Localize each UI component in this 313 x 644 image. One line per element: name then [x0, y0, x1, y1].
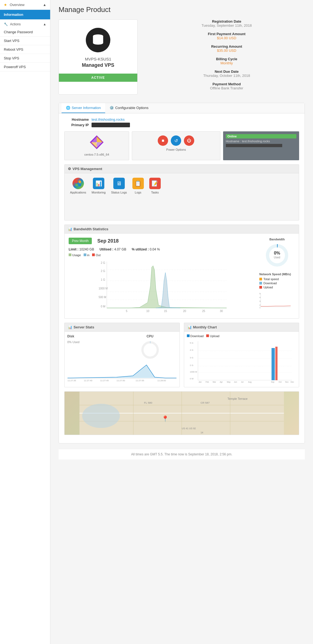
vps-management-icons: Applications 📊 Monitoring 🖥 Status Logs …	[65, 173, 299, 198]
registration-date-label: Registration Date	[148, 19, 305, 23]
primary-ip-label: Primary IP	[64, 123, 89, 127]
side-panel: Bandwidth 0% Used	[259, 238, 295, 314]
next-due-value: Thursday, October 11th, 2018	[148, 74, 305, 78]
monthly-upload-legend: Upload	[206, 334, 219, 338]
sidebar-item-label: Stop VPS	[4, 56, 19, 60]
upload-label-net: Upload	[263, 286, 273, 289]
sidebar-item-change-password[interactable]: Change Password	[0, 28, 50, 37]
bottom-stats: 📊 Server Stats Disk 0% Used CPU	[64, 323, 299, 387]
upload-legend: Upload	[259, 286, 295, 289]
cpu-donut	[141, 340, 160, 359]
sidebar-item-start-vps[interactable]: Start VPS	[0, 37, 50, 45]
gear-icon: ⚙️	[110, 106, 114, 110]
svg-text:11:27:35: 11:27:35	[68, 379, 76, 381]
vps-statuslogs-item[interactable]: 🖥 Status Logs	[111, 178, 127, 194]
stats-content: Disk 0% Used CPU	[65, 332, 180, 385]
svg-marker-2	[91, 136, 97, 143]
svg-text:Jan: Jan	[198, 381, 201, 383]
monthly-download-legend: Download	[187, 334, 204, 338]
svg-rect-64	[271, 348, 275, 380]
product-status-bar: ACTIVE	[59, 74, 137, 82]
restart-button[interactable]: ↺	[171, 135, 181, 146]
bandwidth-chart-svg: 2 G 2 G 1 G 1000 M 500 M 0 M	[69, 259, 254, 313]
sidebar: ★ Overview ▲ Information 🔧 Actions ▲ Cha…	[0, 0, 50, 644]
chart-icon-3: 📊	[187, 325, 192, 329]
bandwidth-header: 📊 Bandwidth Statistics	[65, 225, 299, 234]
vps-tasks-item[interactable]: 📝 Tasks	[149, 178, 161, 194]
main-chart: Prev Month Sep 2018 Limit : 10240 GB	[69, 238, 254, 314]
svg-text:2: 2	[259, 304, 261, 306]
legend-out-box: Out	[92, 253, 101, 257]
svg-text:Mar: Mar	[212, 381, 216, 383]
bandwidth-content: Prev Month Sep 2018 Limit : 10240 GB	[65, 234, 299, 318]
vps-panels: C centos-7.5-x86_64 ■ ↺ ⏻ Power Options	[64, 131, 299, 160]
tabs-header: 🌐 Server Information ⚙️ Configurable Opt…	[59, 103, 305, 113]
vps-applications-item[interactable]: Applications	[70, 178, 86, 194]
sidebar-item-label: Reboot VPS	[4, 47, 23, 52]
bandwidth-chart-area: Prev Month Sep 2018 Limit : 10240 GB	[69, 238, 295, 314]
total-speed-label: Total speed	[263, 277, 279, 281]
total-speed-legend: Total speed	[259, 277, 295, 281]
sidebar-overview-item[interactable]: ★ Overview ▲	[0, 0, 50, 10]
vps-monitoring-item[interactable]: 📊 Monitoring	[92, 178, 105, 194]
svg-text:0: 0	[259, 309, 261, 310]
monthly-chart-svg: 5 G 4 G 3 G 2 G 1000 M 0 M	[187, 340, 296, 383]
registration-date-value: Tuesday, September 11th, 2018	[148, 23, 305, 28]
svg-text:10: 10	[146, 310, 150, 313]
server-stats-panel: 📊 Server Stats Disk 0% Used CPU	[64, 323, 180, 387]
legend-in-box: in	[84, 253, 90, 257]
sidebar-item-reboot-vps[interactable]: Reboot VPS	[0, 45, 50, 54]
registration-date-row: Registration Date Tuesday, September 11t…	[148, 19, 305, 28]
svg-text:CR 587: CR 587	[200, 401, 209, 404]
recurring-amount-label: Recurring Amount	[148, 44, 305, 49]
svg-text:3 G: 3 G	[190, 356, 193, 359]
map-placeholder: FL 580 CR 587 Temple Terrace US 41 US 92…	[65, 392, 299, 435]
tabs-container: 🌐 Server Information ⚙️ Configurable Opt…	[59, 103, 305, 443]
svg-point-9	[75, 184, 78, 186]
bandwidth-month: Sep 2018	[97, 238, 118, 244]
donut-label: Bandwidth	[259, 238, 295, 241]
svg-text:Oct: Oct	[278, 381, 281, 383]
map-svg: FL 580 CR 587 Temple Terrace US 41 US 92…	[65, 392, 299, 435]
svg-marker-4	[91, 142, 97, 149]
sidebar-actions-label: Actions	[10, 22, 21, 26]
primary-ip-value: ███████████	[92, 123, 130, 127]
payment-method-row: Payment Method Offline Bank Transfer	[148, 82, 305, 90]
svg-point-10	[78, 184, 81, 186]
svg-text:Jul: Jul	[241, 381, 243, 383]
hostname-label: Hostname	[64, 117, 89, 122]
svg-text:1000 M: 1000 M	[99, 287, 108, 290]
vps-management-section: ⚙ VPS Management	[64, 164, 299, 220]
main-content: Manage Product MVPS-KSUS1 Managed VPS	[50, 0, 313, 644]
tab-server-information[interactable]: 🌐 Server Information	[62, 103, 105, 113]
sidebar-item-poweroff-vps[interactable]: Poweroff VPS	[0, 63, 50, 71]
wrench-icon: 🔧	[4, 22, 8, 26]
vps-logs-item[interactable]: 📋 Logs	[132, 178, 144, 194]
server-stats-label: Server Stats	[74, 325, 94, 329]
svg-text:0 M: 0 M	[190, 377, 193, 380]
sidebar-item-stop-vps[interactable]: Stop VPS	[0, 54, 50, 63]
svg-text:Used: Used	[274, 256, 280, 259]
svg-point-85	[82, 404, 120, 428]
footer-bar: All times are GMT 5.5. The time now is S…	[59, 449, 305, 459]
svg-text:14: 14	[200, 431, 203, 434]
tab-server-info-label: Server Information	[72, 106, 101, 110]
gear-vps-icon: ⚙	[68, 167, 71, 171]
network-speed-label: Network Speed (MB/s)	[259, 273, 295, 276]
sidebar-information-item[interactable]: Information	[0, 10, 50, 19]
tab-configurable-options[interactable]: ⚙️ Configurable Options	[105, 103, 153, 113]
svg-text:1: 1	[259, 306, 261, 309]
ip-row: Primary IP ███████████	[64, 123, 299, 127]
svg-text:3: 3	[259, 300, 261, 303]
svg-text:0%: 0%	[274, 251, 280, 255]
applications-label: Applications	[70, 191, 86, 194]
poweroff-button[interactable]: ⏻	[184, 135, 194, 146]
svg-text:Jun: Jun	[234, 381, 237, 383]
prev-month-button[interactable]: Prev Month	[69, 238, 92, 244]
product-card-body: MVPS-KSUS1 Managed VPS	[59, 20, 137, 74]
svg-text:US 41 US 92: US 41 US 92	[182, 427, 196, 430]
svg-text:0 M: 0 M	[101, 305, 105, 308]
stop-button[interactable]: ■	[158, 135, 168, 146]
sidebar-item-label: Change Password	[4, 30, 33, 34]
svg-text:20: 20	[183, 310, 186, 313]
